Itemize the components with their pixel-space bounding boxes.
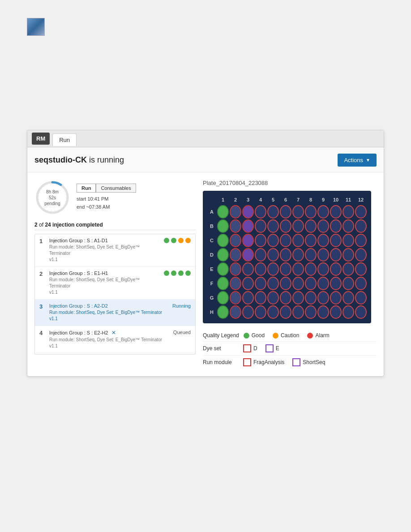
cell-B4[interactable]	[255, 219, 266, 233]
cell-H4[interactable]	[255, 305, 266, 319]
cell-E7[interactable]	[292, 262, 304, 276]
cell-C4[interactable]	[255, 234, 266, 247]
cell-E1[interactable]	[217, 262, 229, 276]
cell-G11[interactable]	[342, 291, 354, 305]
cell-E2[interactable]	[230, 262, 241, 276]
cell-A10[interactable]	[330, 205, 342, 219]
cell-H11[interactable]	[342, 305, 354, 319]
cell-C1[interactable]	[217, 234, 229, 247]
cell-A5[interactable]	[267, 205, 279, 219]
cell-B12[interactable]	[355, 219, 367, 233]
cell-C11[interactable]	[342, 234, 354, 247]
cell-C5[interactable]	[267, 234, 279, 247]
cell-H6[interactable]	[280, 305, 291, 319]
cell-H8[interactable]	[305, 305, 317, 319]
cell-G1[interactable]	[217, 291, 229, 305]
cell-E6[interactable]	[280, 262, 291, 276]
remove-icon-4[interactable]: ✕	[111, 330, 116, 336]
cell-G8[interactable]	[305, 291, 317, 305]
actions-button[interactable]: Actions ▼	[338, 154, 377, 167]
cell-D8[interactable]	[305, 248, 317, 262]
cell-F11[interactable]	[342, 277, 354, 290]
cell-A11[interactable]	[342, 205, 354, 219]
cell-B6[interactable]	[280, 219, 291, 233]
cell-H3[interactable]	[242, 305, 254, 319]
cell-E8[interactable]	[305, 262, 317, 276]
cell-C10[interactable]	[330, 234, 342, 247]
cell-B8[interactable]	[305, 219, 317, 233]
rc-tab-consumables[interactable]: Consumables	[96, 184, 136, 193]
cell-G5[interactable]	[267, 291, 279, 305]
cell-D7[interactable]	[292, 248, 304, 262]
cell-H7[interactable]	[292, 305, 304, 319]
cell-F4[interactable]	[255, 277, 266, 290]
cell-B7[interactable]	[292, 219, 304, 233]
cell-A6[interactable]	[280, 205, 291, 219]
cell-B3[interactable]	[242, 219, 254, 233]
cell-E4[interactable]	[255, 262, 266, 276]
cell-G3[interactable]	[242, 291, 254, 305]
rc-tab-run[interactable]: Run	[77, 184, 96, 193]
cell-F2[interactable]	[230, 277, 241, 290]
cell-G10[interactable]	[330, 291, 342, 305]
cell-B5[interactable]	[267, 219, 279, 233]
cell-H1[interactable]	[217, 305, 229, 319]
cell-E9[interactable]	[317, 262, 329, 276]
cell-F5[interactable]	[267, 277, 279, 290]
cell-E3[interactable]	[242, 262, 254, 276]
cell-E10[interactable]	[330, 262, 342, 276]
cell-C2[interactable]	[230, 234, 241, 247]
cell-B10[interactable]	[330, 219, 342, 233]
cell-D3[interactable]	[242, 248, 254, 262]
cell-G6[interactable]	[280, 291, 291, 305]
cell-A3[interactable]	[242, 205, 254, 219]
cell-H10[interactable]	[330, 305, 342, 319]
cell-C3[interactable]	[242, 234, 254, 247]
cell-F1[interactable]	[217, 277, 229, 290]
cell-H5[interactable]	[267, 305, 279, 319]
cell-E5[interactable]	[267, 262, 279, 276]
cell-E11[interactable]	[342, 262, 354, 276]
tab-rm[interactable]: RM	[32, 133, 50, 145]
cell-F12[interactable]	[355, 277, 367, 290]
cell-F10[interactable]	[330, 277, 342, 290]
cell-C12[interactable]	[355, 234, 367, 247]
tab-run[interactable]: Run	[52, 133, 77, 146]
cell-G2[interactable]	[230, 291, 241, 305]
cell-D6[interactable]	[280, 248, 291, 262]
cell-A4[interactable]	[255, 205, 266, 219]
cell-B2[interactable]	[230, 219, 241, 233]
cell-D2[interactable]	[230, 248, 241, 262]
cell-A9[interactable]	[317, 205, 329, 219]
cell-B11[interactable]	[342, 219, 354, 233]
cell-D4[interactable]	[255, 248, 266, 262]
cell-G4[interactable]	[255, 291, 266, 305]
cell-A2[interactable]	[230, 205, 241, 219]
cell-G7[interactable]	[292, 291, 304, 305]
cell-A8[interactable]	[305, 205, 317, 219]
cell-H2[interactable]	[230, 305, 241, 319]
cell-E12[interactable]	[355, 262, 367, 276]
cell-D1[interactable]	[217, 248, 229, 262]
cell-F8[interactable]	[305, 277, 317, 290]
cell-H9[interactable]	[317, 305, 329, 319]
cell-D11[interactable]	[342, 248, 354, 262]
cell-G12[interactable]	[355, 291, 367, 305]
cell-C9[interactable]	[317, 234, 329, 247]
cell-A1[interactable]	[217, 205, 229, 219]
cell-C7[interactable]	[292, 234, 304, 247]
cell-H12[interactable]	[355, 305, 367, 319]
cell-A7[interactable]	[292, 205, 304, 219]
cell-B9[interactable]	[317, 219, 329, 233]
cell-D5[interactable]	[267, 248, 279, 262]
cell-G9[interactable]	[317, 291, 329, 305]
cell-F6[interactable]	[280, 277, 291, 290]
cell-F7[interactable]	[292, 277, 304, 290]
cell-C8[interactable]	[305, 234, 317, 247]
cell-D9[interactable]	[317, 248, 329, 262]
cell-D12[interactable]	[355, 248, 367, 262]
cell-F9[interactable]	[317, 277, 329, 290]
cell-A12[interactable]	[355, 205, 367, 219]
cell-C6[interactable]	[280, 234, 291, 247]
cell-D10[interactable]	[330, 248, 342, 262]
